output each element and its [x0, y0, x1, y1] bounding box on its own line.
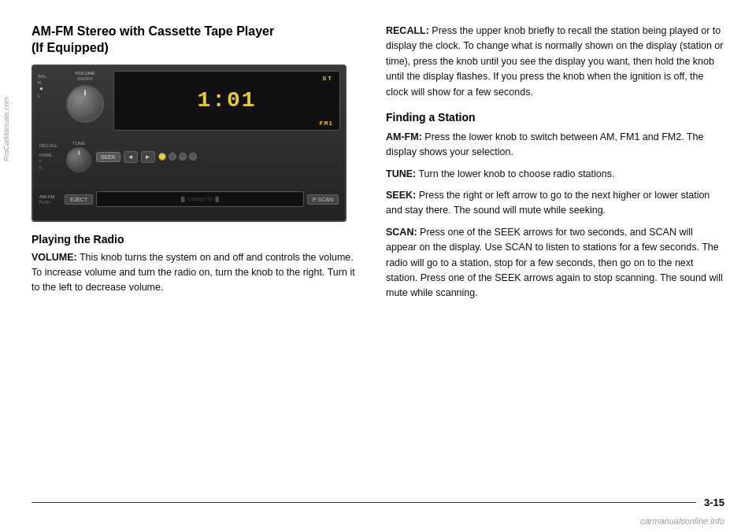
indicator-dots: [158, 153, 197, 161]
recall-section: RECALL: Press the upper knob briefly to …: [386, 24, 724, 100]
seek-block: SEEK: Press the right or left arrow to g…: [386, 188, 724, 219]
volume-bold: VOLUME:: [32, 252, 77, 263]
radio-bottom-row: AM·FM PUSH EJECT ▐▌ CASSETTE ▐▌ P SCAN: [33, 179, 345, 220]
side-watermark: ProCarManuals.com: [2, 97, 10, 161]
playing-radio-section: Playing the Radio VOLUME: This knob turn…: [32, 233, 362, 296]
volume-knob[interactable]: [66, 85, 104, 123]
tune-label: TUNE: [72, 141, 85, 146]
f-label: F: [39, 159, 61, 164]
volume-sub: ON/OFF: [78, 76, 93, 81]
page-number: 3-15: [704, 497, 724, 508]
main-title: AM-FM Stereo with Cassette Tape Player (…: [32, 24, 362, 57]
amfm-body: Press the lower knob to switch between A…: [386, 131, 703, 157]
dot-1: [158, 153, 166, 161]
dot-indicator: ●: [39, 85, 43, 92]
bal-label: BAL: [38, 74, 46, 79]
tune-block: TUNE: Turn the lower knob to choose radi…: [386, 167, 724, 182]
volume-label: VOLUME: [75, 71, 94, 76]
right-column: RECALL: Press the upper knob briefly to …: [386, 24, 724, 309]
recall-body: Press the upper knob briefly to recall t…: [386, 25, 723, 98]
amfm-label-left: AM·FM: [39, 194, 61, 199]
main-title-line2: (If Equipped): [32, 41, 109, 54]
page-container: ProCarManuals.com AM-FM Stereo with Cass…: [0, 0, 756, 532]
bottom-brand-watermark: carmanualsonline.info: [640, 516, 724, 526]
dot-3: [179, 153, 187, 161]
fade-label: FADE: [39, 153, 61, 157]
seek-left-arrow[interactable]: ◄: [124, 151, 138, 163]
dot-2: [169, 153, 176, 161]
r2-label: R: [39, 165, 61, 170]
radio-middle-row: RECALL FADE F R TUNE SEEK: [33, 135, 345, 179]
radio-display: 1:01 ST FM1: [113, 71, 340, 131]
amfm-bold: AM-FM:: [386, 131, 422, 142]
radio-image: BAL R ● L VOLUME ON/OFF: [32, 65, 346, 222]
left-column: AM-FM Stereo with Cassette Tape Player (…: [32, 24, 362, 309]
seek-button[interactable]: SEEK: [96, 152, 120, 162]
bottom-bar: 3-15: [32, 497, 724, 508]
display-sub: FM1: [320, 120, 333, 127]
scan-body: Press one of the SEEK arrows for two sec…: [386, 227, 723, 299]
volume-body: This knob turns the system on and off an…: [32, 252, 355, 294]
tune-bold: TUNE:: [386, 168, 416, 179]
eject-button[interactable]: EJECT: [65, 194, 93, 205]
radio-top-row: BAL R ● L VOLUME ON/OFF: [33, 66, 345, 135]
preset-row: PREV NEXT ◄◄ ►► SIDE ■■: [33, 220, 345, 222]
dot-4: [189, 153, 197, 161]
recall-bold: RECALL:: [386, 25, 429, 36]
display-st: ST: [322, 75, 333, 82]
volume-description: VOLUME: This knob turns the system on an…: [32, 250, 362, 296]
main-title-line1: AM-FM Stereo with Cassette Tape Player: [32, 24, 274, 38]
radio-face: BAL R ● L VOLUME ON/OFF: [33, 66, 345, 220]
scan-block: SCAN: Press one of the SEEK arrows for t…: [386, 225, 724, 301]
seek-bold: SEEK:: [386, 190, 416, 201]
pscan-button[interactable]: P SCAN: [307, 194, 339, 205]
finding-station-section: Finding a Station AM-FM: Press the lower…: [386, 111, 724, 301]
amfm-block: AM-FM: Press the lower knob to switch be…: [386, 130, 724, 161]
scan-bold: SCAN:: [386, 227, 417, 238]
finding-station-title: Finding a Station: [386, 111, 724, 124]
tune-knob[interactable]: [66, 147, 91, 172]
tune-body: Turn the lower knob to choose radio stat…: [418, 168, 614, 179]
recall-label: RECALL: [39, 143, 61, 148]
cassette-slot: ▐▌ CASSETTE ▐▌: [96, 191, 304, 207]
bottom-divider: [32, 502, 696, 503]
recall-paragraph: RECALL: Press the upper knob briefly to …: [386, 24, 724, 100]
two-column-layout: AM-FM Stereo with Cassette Tape Player (…: [32, 24, 724, 309]
playing-radio-title: Playing the Radio: [32, 233, 362, 246]
push-label: PUSH: [39, 200, 61, 205]
cassette-indicator: ▐▌ CASSETTE ▐▌: [180, 197, 220, 201]
seek-right-arrow[interactable]: ►: [141, 151, 155, 163]
display-time: 1:01: [197, 88, 256, 113]
l-label: L: [38, 94, 40, 98]
seek-body: Press the right or left arrow to go to t…: [386, 190, 710, 216]
